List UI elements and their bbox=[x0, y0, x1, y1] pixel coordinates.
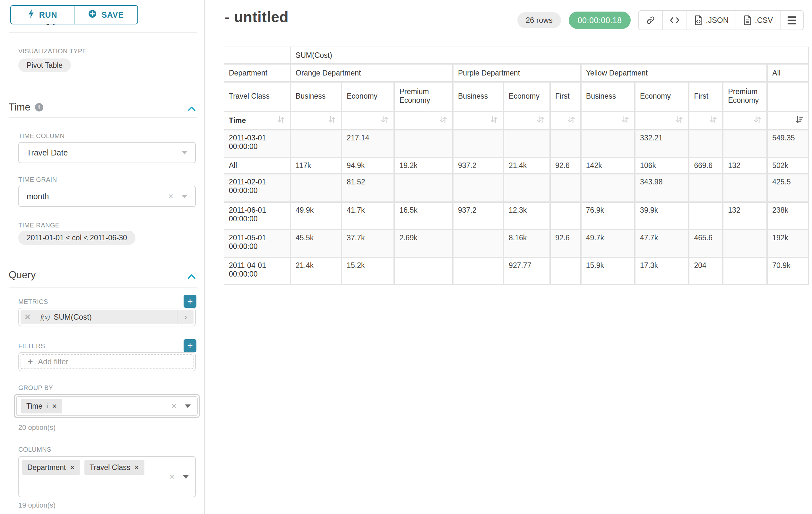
divider bbox=[9, 32, 197, 33]
group-by-label: GROUP BY bbox=[18, 384, 53, 391]
chart-title[interactable]: - untitled bbox=[225, 8, 289, 26]
pivot-row-label: All bbox=[224, 157, 290, 174]
json-file-icon bbox=[694, 16, 702, 25]
save-button[interactable]: SAVE bbox=[74, 6, 137, 24]
pivot-sort-header bbox=[453, 111, 503, 130]
pivot-sort-header: Time bbox=[224, 111, 290, 130]
time-collapse-chevron-icon[interactable] bbox=[187, 104, 196, 115]
pivot-sort-header bbox=[342, 111, 394, 130]
pivot-value-cell: 502k bbox=[767, 157, 809, 174]
query-collapse-chevron-icon[interactable] bbox=[187, 272, 196, 283]
time-section-title: Time i bbox=[9, 102, 43, 113]
sort-toggle-icon[interactable] bbox=[490, 115, 498, 126]
time-range-pill[interactable]: 2011-01-01 ≤ col < 2011-06-30 bbox=[18, 231, 136, 245]
remove-tag-icon[interactable]: ✕ bbox=[52, 403, 57, 410]
pivot-value-cell: 12.3k bbox=[503, 202, 550, 230]
pivot-value-cell: 92.6 bbox=[550, 230, 581, 257]
divider bbox=[9, 117, 197, 117]
caret-down-icon[interactable] bbox=[185, 404, 191, 408]
sort-toggle-icon[interactable] bbox=[439, 115, 448, 126]
columns-tag[interactable]: Department✕ bbox=[22, 460, 80, 475]
caret-down-icon[interactable] bbox=[183, 475, 189, 479]
filters-label: FILTERS bbox=[18, 343, 45, 350]
pivot-value-cell: 49.9k bbox=[290, 202, 342, 230]
clear-icon[interactable]: × bbox=[168, 191, 173, 201]
metrics-label: METRICS bbox=[18, 298, 48, 305]
pivot-class-header: Economy bbox=[503, 82, 550, 111]
sort-toggle-icon[interactable] bbox=[380, 115, 389, 126]
pivot-value-cell: 142k bbox=[581, 157, 635, 174]
columns-tag[interactable]: Travel Class✕ bbox=[84, 460, 144, 475]
add-metric-button[interactable]: + bbox=[183, 295, 196, 308]
columns-select[interactable]: Department✕Travel Class✕ × bbox=[18, 456, 196, 497]
add-filter-plus-button[interactable]: + bbox=[183, 339, 196, 352]
pivot-class-header: Economy bbox=[342, 82, 394, 111]
pivot-value-cell: 47.7k bbox=[635, 230, 689, 257]
plus-circle-icon bbox=[88, 9, 97, 20]
pivot-metric-header: SUM(Cost) bbox=[290, 47, 809, 64]
pivot-value-cell: 192k bbox=[767, 230, 809, 257]
metric-control: ✕ f(x) SUM(Cost) › bbox=[18, 308, 196, 326]
group-by-select[interactable]: Timei✕ × bbox=[16, 396, 198, 416]
more-options-button[interactable] bbox=[780, 11, 803, 30]
pivot-value-cell: 937.2 bbox=[453, 157, 503, 174]
remove-tag-icon[interactable]: ✕ bbox=[134, 464, 139, 471]
clear-icon[interactable]: × bbox=[171, 401, 176, 411]
pivot-column-group-header: Orange Department bbox=[290, 64, 453, 82]
sort-toggle-icon[interactable] bbox=[709, 115, 718, 126]
pivot-value-cell: 45.5k bbox=[290, 230, 342, 257]
export-json-button[interactable]: .JSON bbox=[687, 11, 735, 30]
pivot-value-cell bbox=[290, 174, 342, 202]
remove-tag-icon[interactable]: ✕ bbox=[70, 464, 75, 471]
pivot-value-cell: 343.98 bbox=[635, 174, 689, 202]
time-grain-select[interactable]: month × bbox=[18, 186, 196, 207]
clear-icon[interactable]: × bbox=[170, 471, 175, 482]
group-by-select-focus-ring: Timei✕ × bbox=[14, 394, 200, 418]
remove-metric-icon[interactable]: ✕ bbox=[21, 310, 35, 324]
group-by-tag[interactable]: Timei✕ bbox=[21, 399, 62, 413]
pivot-value-cell bbox=[503, 130, 550, 157]
pivot-value-cell bbox=[689, 130, 723, 157]
query-section-title: Query bbox=[9, 269, 36, 281]
metric-pill[interactable]: ✕ f(x) SUM(Cost) › bbox=[21, 310, 194, 324]
chevron-right-icon[interactable]: › bbox=[177, 310, 194, 324]
pivot-value-cell: 16.5k bbox=[394, 202, 453, 230]
viz-type-pill[interactable]: Pivot Table bbox=[18, 58, 71, 72]
pivot-value-cell: 81.52 bbox=[342, 174, 394, 202]
lightning-icon bbox=[28, 9, 35, 21]
sort-descending-icon[interactable] bbox=[795, 115, 804, 126]
permalink-button[interactable] bbox=[639, 11, 662, 30]
time-column-select[interactable]: Travel Date bbox=[18, 142, 196, 163]
pivot-value-cell: 549.35 bbox=[767, 130, 809, 157]
query-result-controls: 26 rows 00:00:00.18 .JSON .CSV bbox=[517, 10, 804, 30]
sort-toggle-icon[interactable] bbox=[567, 115, 576, 126]
pivot-column-group-header: Purple Department bbox=[453, 64, 581, 82]
pivot-class-header: Economy bbox=[635, 82, 689, 111]
pivot-class-header: First bbox=[550, 82, 581, 111]
sort-toggle-icon[interactable] bbox=[753, 115, 762, 126]
sort-toggle-icon[interactable] bbox=[328, 115, 336, 126]
export-csv-label: .CSV bbox=[755, 16, 773, 25]
pivot-value-cell bbox=[453, 257, 503, 285]
pivot-data-row: 2011-03-01 00:00:00217.14332.21549.35 bbox=[224, 130, 809, 157]
code-icon bbox=[670, 16, 679, 24]
metric-name: SUM(Cost) bbox=[54, 313, 92, 322]
add-filter-button[interactable]: + Add filter bbox=[21, 354, 194, 369]
sort-toggle-icon[interactable] bbox=[536, 115, 545, 126]
sort-toggle-icon[interactable] bbox=[675, 115, 684, 126]
sort-toggle-icon[interactable] bbox=[621, 115, 630, 126]
pivot-value-cell: 332.21 bbox=[635, 130, 689, 157]
columns-tag-label: Travel Class bbox=[90, 463, 130, 472]
pivot-value-cell bbox=[394, 130, 453, 157]
pivot-value-cell bbox=[550, 257, 581, 285]
view-query-button[interactable] bbox=[662, 11, 687, 30]
export-json-label: .JSON bbox=[706, 16, 729, 25]
control-panel-sidebar: Chart Type RUN SAVE VISUALIZATION TYPE P… bbox=[0, 0, 205, 514]
run-save-button-group: RUN SAVE bbox=[10, 5, 138, 24]
pivot-row-dimension-label: Department bbox=[224, 64, 290, 82]
export-csv-button[interactable]: .CSV bbox=[735, 11, 780, 30]
sort-toggle-icon[interactable] bbox=[277, 115, 285, 126]
run-button[interactable]: RUN bbox=[11, 6, 74, 24]
pivot-value-cell: 465.6 bbox=[689, 230, 723, 257]
pivot-data-row: 2011-02-01 00:00:0081.52343.98425.5 bbox=[224, 174, 809, 202]
